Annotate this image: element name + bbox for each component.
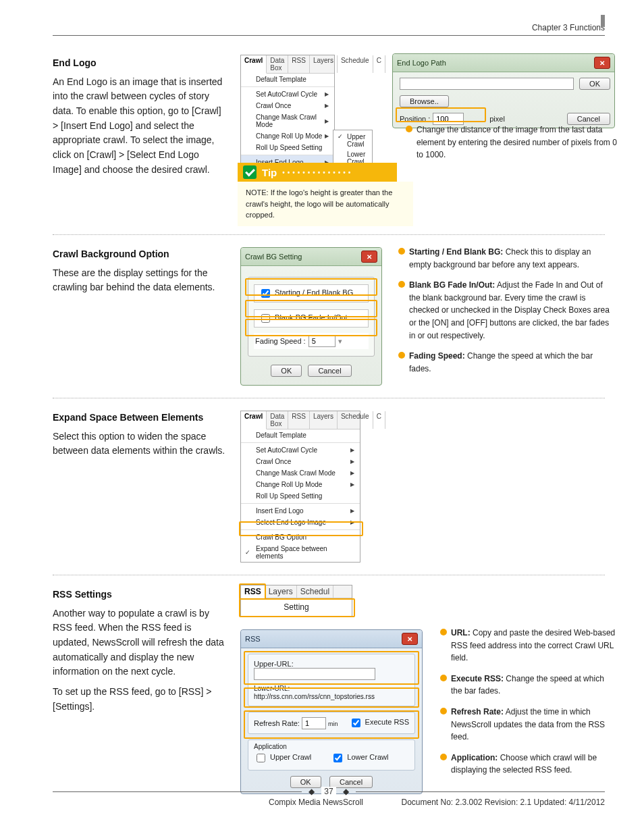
menu-item[interactable]: Select End Logo Image▶ [241,517,360,528]
tip-banner: Tip •••••••••••••• [238,163,397,182]
menu-item[interactable]: Default Template [241,74,334,85]
section-body-expand: Select this option to widen the space be… [53,429,228,459]
tab[interactable]: Layers [265,585,297,598]
menu-item[interactable]: Set AutoCrawl Cycle▶ [241,442,360,456]
section-body-endlogo: An End Logo is an image that is inserted… [53,75,228,178]
menu-item[interactable]: ✓Expand Space between elements [241,543,360,562]
dots-icon: •••••••••••••• [282,169,392,176]
starting-end-blank-bg-checkbox[interactable] [261,289,270,298]
bullet-icon [440,754,447,760]
tab[interactable]: C [373,55,385,73]
chevron-right-icon: ▶ [325,133,329,139]
menu-item-label: Set AutoCrawl Cycle [256,90,317,98]
submenu-item[interactable]: ✓ Upper Crawl [333,132,372,149]
position-unit: pixel [489,115,505,123]
tab[interactable]: Crawl [241,55,267,74]
fading-speed-field[interactable] [308,335,336,347]
menu-item[interactable]: Change Roll Up Mode▶ [241,130,334,142]
execute-rss-checkbox[interactable] [352,719,360,727]
ok-button[interactable]: OK [271,365,302,377]
callout-blank-bg-fade: Blank BG Fade In/Out: Adjust the Fade In… [398,279,614,342]
tab[interactable]: Crawl [241,411,267,429]
section-body-crawlbg: These are the display settings for the c… [53,266,228,295]
menu-item-label: Default Template [256,432,306,439]
tab[interactable]: RSS [241,585,265,598]
menu-item-label: Roll Up Speed Setting [256,144,322,151]
menu-item[interactable]: Roll Up Speed Setting [241,142,334,153]
crawl-menu-expand[interactable]: Crawl Data Box RSS Layers Schedule C Def… [240,411,360,563]
refresh-rate-label: Refresh Rate: [254,719,300,727]
end-logo-path-field[interactable] [400,78,574,90]
callout-execute-rss: Execute RSS: Change the speed at which t… [440,673,616,698]
bullet-icon [440,629,447,635]
menu-item[interactable]: Crawl Once▶ [241,456,360,467]
cancel-button[interactable]: Cancel [308,365,351,377]
header-rule [53,35,605,36]
menu-item[interactable]: Roll Up Speed Setting [241,490,360,502]
tab[interactable]: RSS [288,55,310,73]
section-title-expand: Expand Space Between Elements [53,411,228,425]
chevron-right-icon: ▶ [350,508,354,514]
refresh-rate-field[interactable] [302,717,326,729]
chevron-right-icon: ▶ [350,459,354,465]
tab[interactable]: RSS [288,411,310,429]
lower-crawl-checkbox[interactable] [333,754,342,762]
menu-item-label: Crawl Once [256,102,291,109]
menu-item[interactable]: Change Mask Crawl Mode▶ [241,111,334,130]
blank-bg-fade-checkbox[interactable] [261,314,270,323]
menu-item-label: Default Template [256,76,306,83]
tab[interactable]: C [373,411,385,429]
bullet-icon [440,675,447,681]
chevron-right-icon: ▶ [325,118,329,124]
cb-label: Blank BG Fade In/Out [275,313,348,321]
footer-right: Document No: 2.3.002 Revision: 2.1 Updat… [401,798,605,807]
menu-item[interactable]: Change Roll Up Mode▶ [241,479,360,490]
ok-button[interactable]: OK [579,78,610,90]
refresh-rate-unit: min [328,721,338,727]
chevron-right-icon: ▶ [350,519,354,525]
tip-note: NOTE: If the logo's height is greater th… [238,182,413,226]
callout-starting-end-blank-bg: Starting / End Blank BG: Check this to d… [398,246,614,271]
upper-crawl-checkbox[interactable] [257,754,265,762]
fading-speed-label: Fading Speed : [255,337,306,345]
lower-url-label: Lower-URL: http://rss.cnn.com/rss/cnn_to… [254,685,375,700]
dialog-title: RSS [245,635,261,643]
chevron-right-icon: ▶ [350,470,354,476]
browse-button[interactable]: Browse.. [400,95,449,107]
tab[interactable]: Layers [310,55,338,73]
bullet-icon [398,281,405,288]
close-icon[interactable]: ✕ [361,251,377,263]
menu-item-label: Expand Space between elements [256,545,354,560]
chapter-header: Chapter 3 Functions [53,23,605,32]
tab[interactable]: Data Box [267,55,288,73]
tab[interactable]: Schedule [338,55,373,73]
tab[interactable]: Layers [310,411,338,429]
menu-tabs: Crawl Data Box RSS Layers Schedule C [241,55,334,74]
close-icon[interactable]: ✕ [594,57,610,69]
rss-menu[interactable]: RSS Layers Schedul Setting [240,585,352,617]
menu-item[interactable]: Change Mask Crawl Mode▶ [241,467,360,479]
tab[interactable]: Schedul [297,585,333,598]
menu-item[interactable]: Set AutoCrawl Cycle▶ [241,86,334,100]
menu-item[interactable]: Crawl Once▶ [241,100,334,111]
section-title-crawlbg: Crawl Background Option [53,247,228,262]
tab[interactable]: Data Box [267,411,288,429]
bullet-icon [440,708,447,714]
callout-fading-speed: Fading Speed: Change the speed at which … [398,350,614,375]
upper-url-field[interactable] [254,668,375,680]
upper-url-label: Upper-URL: [254,660,294,668]
check-icon: ✓ [338,133,343,140]
menu-tabs: Crawl Data Box RSS Layers Schedule C [241,411,360,429]
menu-item-setting[interactable]: Setting [241,598,352,616]
menu-item-label: Change Roll Up Mode [256,481,322,488]
menu-item[interactable]: Default Template [241,429,360,441]
menu-item-label: Insert End Logo [256,507,304,515]
footer-left: Compix Media NewsScroll [269,798,363,807]
menu-item-label: Select End Logo Image [256,519,326,526]
close-icon[interactable]: ✕ [402,633,418,645]
chevron-right-icon: ▶ [325,103,329,109]
tab[interactable]: Schedule [338,411,373,429]
endlogo-callout: Change the distance of the image from th… [406,124,622,161]
menu-item[interactable]: Crawl BG Option [241,529,360,543]
menu-item[interactable]: Insert End Logo▶ [241,503,360,517]
